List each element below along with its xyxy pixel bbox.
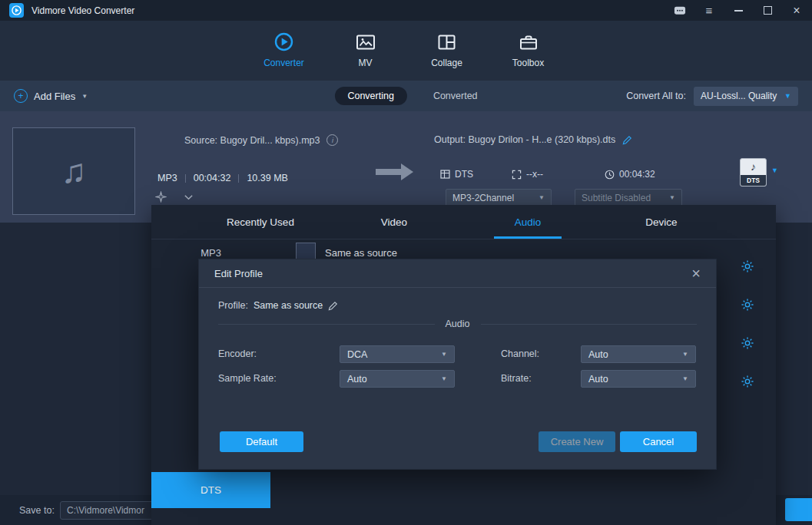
divider [218,324,435,325]
panel-tab-label: Recently Used [227,216,294,228]
info-icon[interactable]: i [326,134,338,146]
panel-tab-device[interactable]: Device [595,205,728,239]
convert-all-value: AU-Lossl... Quality [701,91,777,101]
edit-profile-dialog: Edit Profile × Profile: Same as source A… [198,259,717,470]
save-to-label: Save to: [19,505,55,516]
output-resolution-meta: --x-- [512,169,543,180]
menu-icon[interactable]: ≡ [703,5,715,17]
profile-value: Same as source [254,300,323,311]
feedback-icon[interactable] [674,5,686,17]
channel-label: Channel: [501,348,539,359]
collapse-chevron-icon[interactable] [184,191,194,205]
add-files-button[interactable]: + Add Files ▼ [14,89,88,103]
tab-converted[interactable]: Converted [433,91,478,101]
edit-profile-name-icon[interactable] [328,301,338,311]
audio-track-value: MP3-2Channel [452,193,514,203]
sample-rate-value: Auto [347,374,367,385]
minimize-button[interactable] [732,5,744,17]
panel-tab-label: Device [645,216,677,228]
section-title: Audio [446,319,470,329]
channel-select[interactable]: Auto ▼ [581,345,696,363]
subtitle-value: Subtitle Disabled [582,193,651,203]
channel-value: Auto [588,349,608,360]
panel-tab-label: Video [381,216,407,228]
add-files-label: Add Files [34,91,75,102]
output-meta: DTS --x-- 00:04:32 [440,169,655,180]
close-button[interactable]: × [790,5,803,17]
output-format-button[interactable]: ♪ DTS [740,158,767,187]
default-button[interactable]: Default [220,431,303,452]
convert-all-button[interactable] [785,498,812,521]
toolbar: + Add Files ▼ Converting Converted Conve… [0,81,812,111]
tab-converting[interactable]: Converting [334,87,406,105]
caret-down-icon: ▼ [784,92,791,100]
format-panel-tabs: Recently Used Video Audio Device [151,205,776,239]
output-label: Output: Bugoy Drilon - H...e (320 kbps).… [434,134,615,145]
encoder-label: Encoder: [218,348,257,359]
subtitle-select[interactable]: Subtitle Disabled ▼ [575,189,682,206]
panel-tab-label: Audio [515,216,542,228]
app-window: Vidmore Video Converter ≡ × [0,0,812,525]
converter-icon [273,31,294,52]
panel-tab-video[interactable]: Video [327,205,461,239]
sample-rate-select[interactable]: Auto ▼ [340,370,455,388]
bitrate-select[interactable]: Auto ▼ [581,370,696,388]
sidebar-item-dts[interactable]: DTS [151,472,270,508]
music-note-icon: ♪ [751,159,756,175]
tab-collage[interactable]: Collage [422,31,472,81]
app-title: Vidmore Video Converter [31,5,134,16]
app-logo-icon [9,3,24,18]
convert-all-select[interactable]: AU-Lossl... Quality ▼ [694,87,798,106]
divider [238,174,239,183]
create-new-button[interactable]: Create New [539,431,615,452]
effect-icon[interactable] [155,191,167,206]
bitrate-label: Bitrate: [501,373,532,384]
settings-gear-icon[interactable] [741,336,754,350]
active-tab-underline [494,236,562,239]
source-meta: MP3 00:04:32 10.39 MB [157,173,288,183]
panel-tab-audio[interactable]: Audio [461,205,595,239]
source-duration: 00:04:32 [194,173,231,183]
collage-icon [437,31,456,52]
titlebar: Vidmore Video Converter ≡ × [0,0,812,21]
output-duration-text: 00:04:32 [619,169,655,180]
dialog-close-button[interactable]: × [691,266,701,281]
settings-gear-icon[interactable] [741,298,754,312]
caret-down-icon: ▼ [539,194,545,201]
source-line: Source: Bugoy Dril... kbps).mp3 i [184,134,338,146]
divider [481,324,698,325]
output-format-meta: DTS [440,169,473,180]
arrow-icon [374,160,416,183]
sample-rate-label: Sample Rate: [218,373,277,384]
audio-track-select[interactable]: MP3-2Channel ▼ [446,189,552,206]
clock-icon [605,170,615,180]
tab-mv[interactable]: MV [340,31,391,81]
caret-down-icon: ▼ [682,351,688,358]
settings-gear-icon[interactable] [741,375,754,388]
sidebar-item-mp3[interactable]: MP3 [151,247,270,259]
plus-circle-icon: + [14,89,28,103]
toolbox-icon [519,31,539,52]
settings-gear-icon[interactable] [741,259,754,273]
convert-all-group: Convert All to: AU-Lossl... Quality ▼ [626,87,798,106]
format-badge-label: DTS [741,175,766,186]
panel-tab-recently-used[interactable]: Recently Used [194,205,327,239]
tab-converter[interactable]: Converter [259,31,310,81]
chevron-down-icon: ▼ [81,93,88,100]
source-format: MP3 [157,173,177,183]
tab-toolbox[interactable]: Toolbox [503,31,554,81]
tab-label: Collage [431,58,462,68]
encoder-select[interactable]: DCA ▼ [340,345,455,363]
output-resolution-text: --x-- [526,169,543,180]
cancel-button[interactable]: Cancel [620,431,697,452]
maximize-button[interactable] [761,5,774,17]
format-caret-icon[interactable]: ▼ [771,167,778,174]
file-thumbnail: ♫ [12,127,135,215]
edit-output-name-icon[interactable] [622,135,632,145]
tab-label: MV [359,58,373,68]
divider [185,174,186,183]
encoder-value: DCA [347,349,367,360]
output-duration-meta: 00:04:32 [605,169,655,180]
queue-tabs: Converting Converted [334,87,477,105]
tab-label: Toolbox [512,58,544,68]
